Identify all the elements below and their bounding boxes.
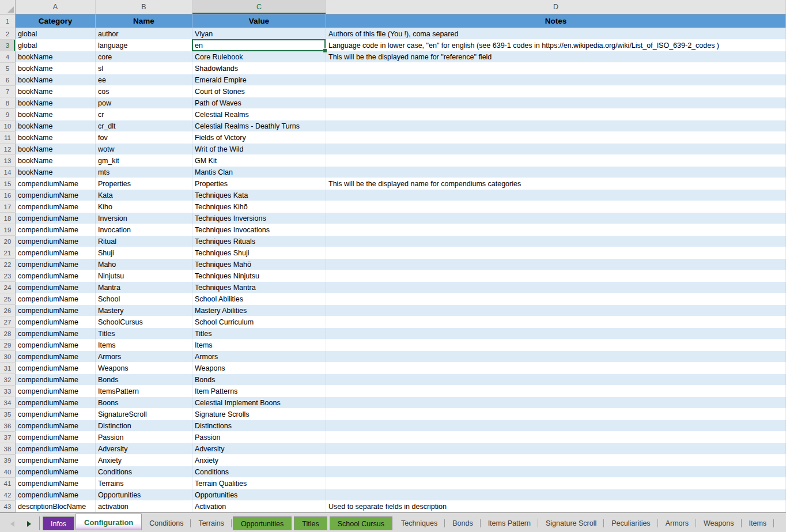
row-number[interactable]: 37 (0, 432, 16, 443)
cell[interactable]: Vlyan (192, 28, 326, 40)
cell[interactable]: Techniques Kata (192, 190, 326, 201)
cell[interactable] (326, 224, 786, 236)
row-number[interactable]: 7 (0, 86, 16, 97)
cell[interactable]: Mastery (96, 305, 192, 316)
cell[interactable]: pow (96, 97, 192, 109)
cell[interactable]: compendiumName (16, 305, 96, 316)
cell[interactable]: bookName (16, 74, 96, 86)
sheet-tab-items[interactable]: Items (742, 516, 774, 530)
cell[interactable] (326, 328, 786, 339)
cell[interactable] (326, 316, 786, 328)
sheet-tab-infos[interactable]: Infos (43, 516, 74, 530)
cell[interactable]: Celestial Realms - Deathly Turns (192, 120, 326, 132)
cell[interactable]: GM Kit (192, 155, 326, 167)
cell[interactable] (326, 120, 786, 132)
cell[interactable] (326, 144, 786, 155)
cell[interactable]: gm_kit (96, 155, 192, 167)
cell[interactable]: Path of Waves (192, 97, 326, 109)
sheet-tab-bonds[interactable]: Bonds (445, 516, 480, 530)
cell[interactable]: global (16, 28, 96, 40)
cell[interactable]: Emerald Empire (192, 74, 326, 86)
cell[interactable]: cr_dlt (96, 120, 192, 132)
cell[interactable]: Distinction (96, 420, 192, 432)
sheet-tab-armors[interactable]: Armors (658, 516, 696, 530)
cell[interactable] (326, 213, 786, 224)
row-number[interactable]: 26 (0, 305, 16, 316)
sheet-tab-opportunities[interactable]: Opportunities (233, 516, 292, 530)
cell[interactable]: compendiumName (16, 201, 96, 213)
cell[interactable]: School Abilities (192, 293, 326, 305)
cell[interactable]: Inversion (96, 213, 192, 224)
cell[interactable]: Adversity (96, 443, 192, 455)
row-number[interactable]: 8 (0, 97, 16, 109)
cell[interactable]: ItemsPattern (96, 386, 192, 397)
cell[interactable]: compendiumName (16, 409, 96, 420)
row-number[interactable]: 21 (0, 247, 16, 259)
row-number[interactable]: 33 (0, 386, 16, 397)
row-number[interactable]: 38 (0, 443, 16, 455)
column-header-C[interactable]: C (192, 0, 326, 14)
next-sheet-arrow-icon[interactable] (27, 521, 31, 527)
cell[interactable]: compendiumName (16, 420, 96, 432)
cell[interactable] (326, 247, 786, 259)
cell[interactable] (326, 374, 786, 386)
cell[interactable]: Invocation (96, 224, 192, 236)
column-header-A[interactable]: A (16, 0, 96, 14)
cell[interactable] (326, 351, 786, 363)
cell[interactable]: Writ of the Wild (192, 144, 326, 155)
cell[interactable]: Weapons (192, 363, 326, 374)
cell[interactable]: compendiumName (16, 455, 96, 466)
cell[interactable]: global (16, 40, 96, 51)
cell[interactable] (326, 236, 786, 247)
row-number[interactable]: 43 (0, 501, 16, 512)
cell[interactable] (326, 478, 786, 489)
cell[interactable]: This will be the displayed name for "ref… (326, 51, 786, 63)
cell[interactable]: School Curriculum (192, 316, 326, 328)
sheet-tab-items-pattern[interactable]: Items Pattern (481, 516, 538, 530)
row-number[interactable]: 10 (0, 120, 16, 132)
cell[interactable] (326, 386, 786, 397)
cell[interactable]: Conditions (192, 466, 326, 478)
row-number[interactable]: 4 (0, 51, 16, 63)
cell[interactable]: compendiumName (16, 259, 96, 270)
cell[interactable] (326, 455, 786, 466)
header-cell-value[interactable]: Value (192, 14, 326, 28)
cell[interactable]: Properties (192, 178, 326, 190)
cell[interactable]: descriptionBlocName (16, 501, 96, 512)
cell[interactable]: Maho (96, 259, 192, 270)
cell[interactable] (326, 270, 786, 282)
cell[interactable] (326, 282, 786, 293)
cell[interactable] (326, 420, 786, 432)
row-number[interactable]: 15 (0, 178, 16, 190)
cell[interactable]: Opportunities (192, 489, 326, 501)
cell[interactable]: cr (96, 109, 192, 120)
sheet-tab-titles[interactable]: Titles (294, 516, 327, 530)
cell[interactable]: compendiumName (16, 282, 96, 293)
row-number[interactable]: 14 (0, 167, 16, 178)
sheet-tab-peculiarities[interactable]: Peculiarities (604, 516, 657, 530)
cell[interactable]: cos (96, 86, 192, 97)
cell[interactable]: compendiumName (16, 236, 96, 247)
sheet-tab-weapons[interactable]: Weapons (696, 516, 742, 530)
cell[interactable]: compendiumName (16, 247, 96, 259)
sheet-tab-terrains[interactable]: Terrains (191, 516, 231, 530)
sheet-tab-configuration[interactable]: Configuration (75, 514, 142, 530)
cell[interactable]: Mantra (96, 282, 192, 293)
cell[interactable]: Boons (96, 397, 192, 409)
cell[interactable]: Kiho (96, 201, 192, 213)
row-number[interactable]: 34 (0, 397, 16, 409)
sheet-tab-signature-scroll[interactable]: Signature Scroll (538, 516, 604, 530)
cell[interactable] (326, 339, 786, 351)
row-number[interactable]: 17 (0, 201, 16, 213)
header-cell-name[interactable]: Name (96, 14, 192, 28)
cell[interactable]: Techniques Shuji (192, 247, 326, 259)
cell[interactable]: Items (192, 339, 326, 351)
row-number[interactable]: 40 (0, 466, 16, 478)
cell[interactable]: Anxiety (96, 455, 192, 466)
cell[interactable]: mts (96, 167, 192, 178)
cell[interactable]: compendiumName (16, 478, 96, 489)
cell[interactable]: core (96, 51, 192, 63)
cell[interactable]: bookName (16, 109, 96, 120)
cell[interactable]: Ninjutsu (96, 270, 192, 282)
cell[interactable]: Passion (192, 432, 326, 443)
